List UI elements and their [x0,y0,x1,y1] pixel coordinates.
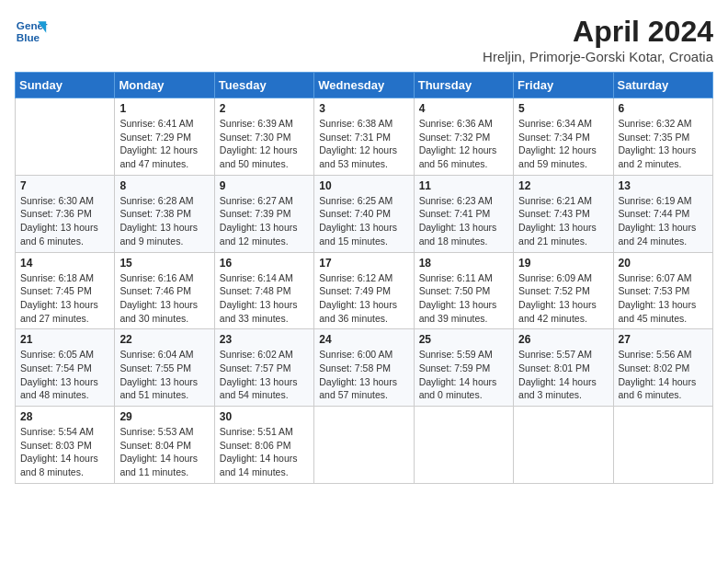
calendar-title: April 2024 [483,15,713,49]
day-info: Sunrise: 6:36 AM Sunset: 7:32 PM Dayligh… [419,117,508,171]
day-cell: 24Sunrise: 6:00 AM Sunset: 7:58 PM Dayli… [314,329,414,407]
day-info: Sunrise: 6:09 AM Sunset: 7:52 PM Dayligh… [518,271,608,326]
day-number: 10 [319,179,408,192]
day-info: Sunrise: 6:19 AM Sunset: 7:44 PM Dayligh… [619,194,708,248]
logo-icon: General Blue [15,15,48,48]
day-number: 28 [20,410,109,423]
day-cell: 6Sunrise: 6:32 AM Sunset: 7:35 PM Daylig… [613,98,712,176]
day-number: 30 [220,410,309,423]
day-cell: 15Sunrise: 6:16 AM Sunset: 7:46 PM Dayli… [115,252,214,329]
day-info: Sunrise: 5:57 AM Sunset: 8:01 PM Dayligh… [518,348,608,402]
day-cell: 14Sunrise: 6:18 AM Sunset: 7:45 PM Dayli… [16,252,115,329]
day-info: Sunrise: 6:04 AM Sunset: 7:55 PM Dayligh… [119,348,209,402]
day-number: 19 [518,257,608,270]
day-info: Sunrise: 5:59 AM Sunset: 7:59 PM Dayligh… [419,348,508,402]
day-info: Sunrise: 6:30 AM Sunset: 7:36 PM Dayligh… [20,194,109,248]
day-number: 24 [319,333,408,346]
week-row-2: 7Sunrise: 6:30 AM Sunset: 7:36 PM Daylig… [16,175,713,252]
day-cell: 17Sunrise: 6:12 AM Sunset: 7:49 PM Dayli… [314,252,414,329]
day-number: 5 [518,102,608,115]
day-cell: 12Sunrise: 6:21 AM Sunset: 7:43 PM Dayli… [514,175,613,252]
calendar-subtitle: Hreljin, Primorje-Gorski Kotar, Croatia [483,49,713,64]
day-info: Sunrise: 5:54 AM Sunset: 8:03 PM Dayligh… [20,425,109,479]
day-cell: 2Sunrise: 6:39 AM Sunset: 7:30 PM Daylig… [214,98,313,176]
day-cell [314,407,414,484]
day-info: Sunrise: 6:27 AM Sunset: 7:39 PM Dayligh… [220,194,309,248]
day-number: 3 [319,102,408,115]
col-header-friday: Friday [514,73,613,98]
day-number: 17 [319,257,408,270]
day-number: 6 [619,102,708,115]
day-number: 12 [518,179,608,192]
day-info: Sunrise: 6:12 AM Sunset: 7:49 PM Dayligh… [319,271,408,326]
day-cell: 9Sunrise: 6:27 AM Sunset: 7:39 PM Daylig… [214,175,313,252]
day-cell: 20Sunrise: 6:07 AM Sunset: 7:53 PM Dayli… [613,252,712,329]
day-cell: 18Sunrise: 6:11 AM Sunset: 7:50 PM Dayli… [414,252,513,329]
day-info: Sunrise: 6:05 AM Sunset: 7:54 PM Dayligh… [20,348,109,402]
col-header-wednesday: Wednesday [314,73,414,98]
day-cell [514,407,613,484]
col-header-saturday: Saturday [613,73,712,98]
day-number: 15 [119,257,209,270]
day-cell: 4Sunrise: 6:36 AM Sunset: 7:32 PM Daylig… [414,98,513,176]
day-info: Sunrise: 6:34 AM Sunset: 7:34 PM Dayligh… [518,117,608,171]
day-cell: 13Sunrise: 6:19 AM Sunset: 7:44 PM Dayli… [613,175,712,252]
day-number: 25 [419,333,508,346]
day-info: Sunrise: 6:39 AM Sunset: 7:30 PM Dayligh… [220,117,309,171]
col-header-sunday: Sunday [16,73,115,98]
day-number: 4 [419,102,508,115]
day-info: Sunrise: 6:14 AM Sunset: 7:48 PM Dayligh… [220,271,309,326]
day-info: Sunrise: 6:38 AM Sunset: 7:31 PM Dayligh… [319,117,408,171]
day-info: Sunrise: 6:11 AM Sunset: 7:50 PM Dayligh… [419,271,508,326]
day-info: Sunrise: 6:32 AM Sunset: 7:35 PM Dayligh… [619,117,708,171]
day-cell: 19Sunrise: 6:09 AM Sunset: 7:52 PM Dayli… [514,252,613,329]
day-info: Sunrise: 6:16 AM Sunset: 7:46 PM Dayligh… [119,271,209,326]
title-block: April 2024 Hreljin, Primorje-Gorski Kota… [483,15,713,64]
day-cell: 28Sunrise: 5:54 AM Sunset: 8:03 PM Dayli… [16,407,115,484]
day-cell: 1Sunrise: 6:41 AM Sunset: 7:29 PM Daylig… [115,98,214,176]
day-cell: 16Sunrise: 6:14 AM Sunset: 7:48 PM Dayli… [214,252,313,329]
day-number: 16 [220,257,309,270]
day-number: 7 [20,179,109,192]
day-info: Sunrise: 6:02 AM Sunset: 7:57 PM Dayligh… [220,348,309,402]
day-info: Sunrise: 5:53 AM Sunset: 8:04 PM Dayligh… [119,425,209,479]
day-number: 14 [20,257,109,270]
day-cell: 25Sunrise: 5:59 AM Sunset: 7:59 PM Dayli… [414,329,513,407]
day-cell: 27Sunrise: 5:56 AM Sunset: 8:02 PM Dayli… [613,329,712,407]
calendar-header-row: SundayMondayTuesdayWednesdayThursdayFrid… [16,73,713,98]
day-number: 20 [619,257,708,270]
day-cell [414,407,513,484]
day-cell: 3Sunrise: 6:38 AM Sunset: 7:31 PM Daylig… [314,98,414,176]
day-info: Sunrise: 6:41 AM Sunset: 7:29 PM Dayligh… [119,117,209,171]
day-number: 22 [119,333,209,346]
day-cell: 10Sunrise: 6:25 AM Sunset: 7:40 PM Dayli… [314,175,414,252]
day-number: 26 [518,333,608,346]
day-cell [16,98,115,176]
col-header-thursday: Thursday [414,73,513,98]
day-info: Sunrise: 6:00 AM Sunset: 7:58 PM Dayligh… [319,348,408,402]
week-row-3: 14Sunrise: 6:18 AM Sunset: 7:45 PM Dayli… [16,252,713,329]
day-info: Sunrise: 6:07 AM Sunset: 7:53 PM Dayligh… [619,271,708,326]
day-cell: 22Sunrise: 6:04 AM Sunset: 7:55 PM Dayli… [115,329,214,407]
day-cell: 23Sunrise: 6:02 AM Sunset: 7:57 PM Dayli… [214,329,313,407]
day-info: Sunrise: 6:21 AM Sunset: 7:43 PM Dayligh… [518,194,608,248]
day-info: Sunrise: 6:18 AM Sunset: 7:45 PM Dayligh… [20,271,109,326]
day-number: 13 [619,179,708,192]
day-number: 8 [119,179,209,192]
day-info: Sunrise: 5:56 AM Sunset: 8:02 PM Dayligh… [619,348,708,402]
day-cell: 30Sunrise: 5:51 AM Sunset: 8:06 PM Dayli… [214,407,313,484]
day-cell: 11Sunrise: 6:23 AM Sunset: 7:41 PM Dayli… [414,175,513,252]
day-info: Sunrise: 6:23 AM Sunset: 7:41 PM Dayligh… [419,194,508,248]
day-cell: 26Sunrise: 5:57 AM Sunset: 8:01 PM Dayli… [514,329,613,407]
day-info: Sunrise: 5:51 AM Sunset: 8:06 PM Dayligh… [220,425,309,479]
day-number: 27 [619,333,708,346]
day-cell: 5Sunrise: 6:34 AM Sunset: 7:34 PM Daylig… [514,98,613,176]
day-number: 11 [419,179,508,192]
day-cell [613,407,712,484]
day-info: Sunrise: 6:28 AM Sunset: 7:38 PM Dayligh… [119,194,209,248]
week-row-5: 28Sunrise: 5:54 AM Sunset: 8:03 PM Dayli… [16,407,713,484]
day-number: 1 [119,102,209,115]
day-number: 29 [119,410,209,423]
day-cell: 7Sunrise: 6:30 AM Sunset: 7:36 PM Daylig… [16,175,115,252]
svg-text:Blue: Blue [17,31,40,43]
